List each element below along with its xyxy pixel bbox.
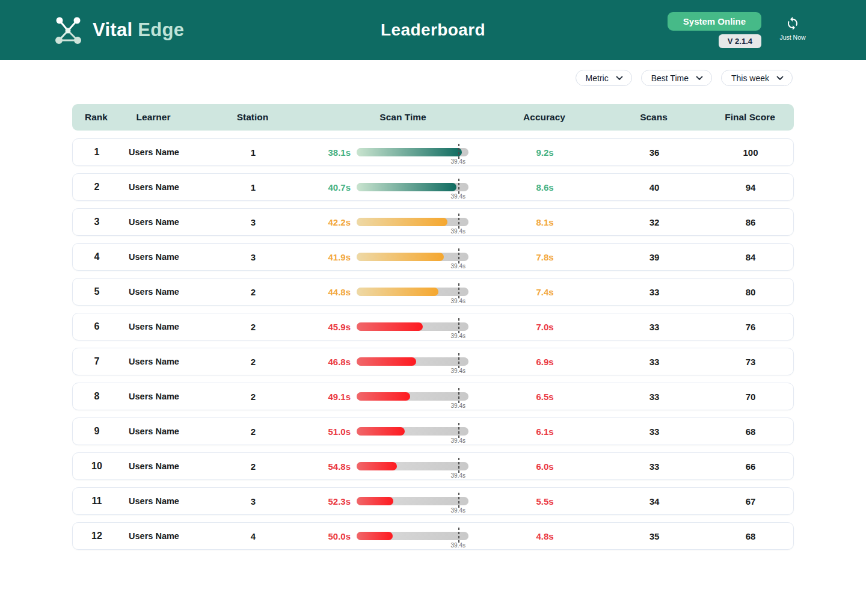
brand-name: Vital Edge — [93, 19, 184, 41]
scan-time-bar-fill — [357, 253, 444, 261]
leaderboard-row: 10 Users Name 2 54.8s 39.4s 6.0s 33 66 — [72, 452, 794, 480]
leaderboard-rows: 1 Users Name 1 38.1s 39.4s 9.2s 36 100 2… — [72, 138, 794, 550]
learner-cell: Users Name — [121, 392, 187, 401]
final-score-cell: 68 — [707, 427, 794, 437]
scan-time-bar: 39.4s — [357, 392, 468, 401]
scan-time-bar-fill — [357, 392, 410, 401]
refresh-sync-icon — [785, 16, 800, 31]
final-score-cell: 66 — [707, 461, 794, 472]
filter-best-time-label: Best Time — [651, 73, 689, 83]
station-cell: 2 — [187, 287, 319, 297]
leaderboard-row: 6 Users Name 2 45.9s 39.4s 7.0s 33 76 — [72, 313, 794, 340]
scan-time-value: 45.9s — [319, 322, 351, 332]
learner-cell: Users Name — [121, 322, 187, 331]
rank-cell: 11 — [73, 496, 121, 507]
accuracy-cell: 8.1s — [488, 217, 602, 227]
top-header: Vital Edge Leaderboard System Online V 2… — [0, 0, 866, 60]
scan-time-bar-fill — [357, 357, 416, 366]
target-time-label: 39.4s — [451, 228, 465, 235]
scan-time-bar-fill — [357, 462, 397, 470]
station-cell: 1 — [187, 182, 319, 192]
scan-time-cell: 45.9s 39.4s — [319, 322, 488, 332]
rank-cell: 7 — [73, 356, 121, 367]
scans-cell: 40 — [602, 182, 707, 192]
scan-time-bar-fill — [357, 322, 423, 331]
page-title: Leaderboard — [381, 20, 485, 40]
refresh-status-text: Just Now — [779, 34, 805, 41]
target-time-label: 39.4s — [451, 193, 465, 200]
learner-cell: Users Name — [121, 427, 187, 436]
learner-cell: Users Name — [121, 182, 187, 192]
accuracy-cell: 7.8s — [488, 252, 602, 262]
rank-cell: 5 — [73, 286, 121, 297]
rank-cell: 10 — [73, 461, 121, 472]
scan-time-value: 54.8s — [319, 461, 351, 472]
scan-time-cell: 51.0s 39.4s — [319, 427, 488, 437]
accuracy-cell: 6.5s — [488, 392, 602, 402]
target-time-label: 39.4s — [451, 472, 465, 479]
rank-cell: 8 — [73, 391, 121, 402]
scan-time-cell: 41.9s 39.4s — [319, 252, 488, 262]
final-score-cell: 100 — [707, 147, 794, 158]
scans-cell: 32 — [602, 217, 707, 227]
scan-time-cell: 42.2s 39.4s — [319, 217, 488, 227]
accuracy-cell: 7.0s — [488, 322, 602, 332]
learner-cell: Users Name — [121, 287, 187, 297]
scan-time-bar-fill — [357, 218, 447, 226]
scan-time-bar: 39.4s — [357, 253, 468, 261]
scan-time-value: 50.0s — [319, 531, 351, 541]
filter-bar: Metric Best Time This week — [0, 60, 866, 86]
leaderboard-row: 2 Users Name 1 40.7s 39.4s 8.6s 40 94 — [72, 173, 794, 201]
learner-cell: Users Name — [121, 496, 187, 506]
status-cluster: System Online V 2.1.4 — [668, 12, 761, 48]
target-time-label: 39.4s — [451, 542, 465, 549]
leaderboard-row: 4 Users Name 3 41.9s 39.4s 7.8s 39 84 — [72, 243, 794, 271]
accuracy-cell: 6.0s — [488, 461, 602, 472]
target-time-label: 39.4s — [451, 298, 465, 304]
scan-time-bar: 39.4s — [357, 148, 468, 156]
scan-time-value: 49.1s — [319, 392, 351, 402]
target-time-label: 39.4s — [451, 333, 465, 339]
column-header-station: Station — [186, 112, 319, 123]
target-time-label: 39.4s — [451, 158, 465, 165]
scan-time-cell: 46.8s 39.4s — [319, 357, 488, 367]
station-cell: 4 — [187, 531, 319, 541]
accuracy-cell: 7.4s — [488, 287, 602, 297]
station-cell: 3 — [187, 496, 319, 507]
station-cell: 2 — [187, 322, 319, 332]
table-header-row: Rank Learner Station Scan Time Accuracy … — [72, 104, 794, 131]
filter-timeframe[interactable]: This week — [721, 70, 793, 86]
scans-cell: 33 — [602, 322, 707, 332]
leaderboard-row: 3 Users Name 3 42.2s 39.4s 8.1s 32 86 — [72, 208, 794, 236]
refresh-button[interactable]: Just Now — [773, 16, 812, 41]
scan-time-value: 40.7s — [319, 182, 351, 192]
accuracy-cell: 5.5s — [488, 496, 602, 507]
final-score-cell: 86 — [707, 217, 794, 227]
system-status-badge: System Online — [668, 12, 761, 31]
target-time-label: 39.4s — [451, 437, 465, 444]
rank-cell: 3 — [73, 217, 121, 227]
accuracy-cell: 4.8s — [488, 531, 602, 541]
scans-cell: 33 — [602, 392, 707, 402]
leaderboard-row: 12 Users Name 4 50.0s 39.4s 4.8s 35 68 — [72, 522, 794, 550]
scan-time-cell: 38.1s 39.4s — [319, 147, 488, 158]
final-score-cell: 73 — [707, 357, 794, 367]
target-time-label: 39.4s — [451, 263, 465, 270]
final-score-cell: 76 — [707, 322, 794, 332]
station-cell: 2 — [187, 461, 319, 472]
column-header-scans: Scans — [601, 112, 706, 123]
learner-cell: Users Name — [121, 252, 187, 262]
filter-timeframe-label: This week — [731, 73, 769, 83]
scan-time-cell: 40.7s 39.4s — [319, 182, 488, 192]
scans-cell: 33 — [602, 287, 707, 297]
station-cell: 1 — [187, 147, 319, 158]
scans-cell: 36 — [602, 147, 707, 158]
version-badge: V 2.1.4 — [719, 34, 761, 48]
station-cell: 2 — [187, 392, 319, 402]
scan-time-cell: 44.8s 39.4s — [319, 287, 488, 297]
filter-best-time[interactable]: Best Time — [641, 70, 712, 86]
scan-time-bar-fill — [357, 288, 438, 296]
accuracy-cell: 6.1s — [488, 427, 602, 437]
leaderboard-row: 11 Users Name 3 52.3s 39.4s 5.5s 34 67 — [72, 487, 794, 515]
filter-metric[interactable]: Metric — [576, 70, 632, 86]
